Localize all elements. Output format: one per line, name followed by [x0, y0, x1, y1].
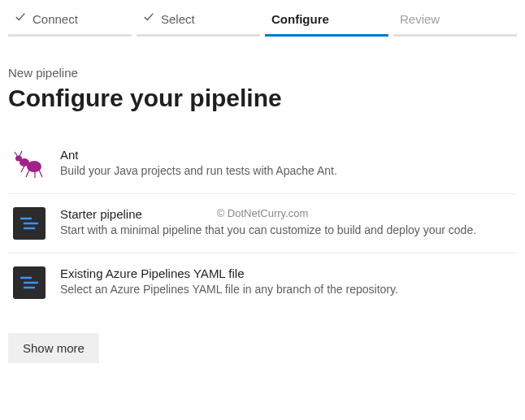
template-list: Ant Build your Java projects and run tes… [8, 135, 517, 312]
template-title: Existing Azure Pipelines YAML file [60, 266, 512, 280]
template-starter-pipeline[interactable]: Starter pipeline Start with a minimal pi… [8, 193, 517, 253]
yaml-icon [13, 207, 46, 240]
step-review[interactable]: Review [393, 6, 517, 37]
wizard-stepper: Connect Select Configure Review [8, 6, 517, 37]
template-description: Select an Azure Pipelines YAML file in a… [60, 283, 512, 296]
step-select[interactable]: Select [137, 6, 260, 37]
svg-point-2 [15, 156, 22, 162]
check-icon [143, 11, 154, 26]
show-more-button[interactable]: Show more [8, 333, 99, 363]
breadcrumb: New pipeline [8, 66, 517, 80]
template-title: Starter pipeline [60, 207, 512, 221]
check-icon [15, 11, 26, 26]
ant-icon [13, 148, 46, 180]
step-label: Review [400, 12, 440, 26]
template-ant[interactable]: Ant Build your Java projects and run tes… [8, 135, 517, 193]
page-title: Configure your pipeline [8, 84, 517, 112]
step-connect[interactable]: Connect [8, 6, 132, 37]
step-label: Configure [271, 12, 329, 26]
template-existing-yaml[interactable]: Existing Azure Pipelines YAML file Selec… [8, 253, 517, 312]
step-label: Connect [33, 12, 78, 26]
template-description: Build your Java projects and run tests w… [60, 164, 512, 177]
step-configure[interactable]: Configure [265, 6, 388, 37]
step-label: Select [161, 12, 195, 26]
yaml-icon [13, 266, 46, 299]
template-title: Ant [60, 148, 512, 162]
template-description: Start with a minimal pipeline that you c… [60, 223, 512, 236]
